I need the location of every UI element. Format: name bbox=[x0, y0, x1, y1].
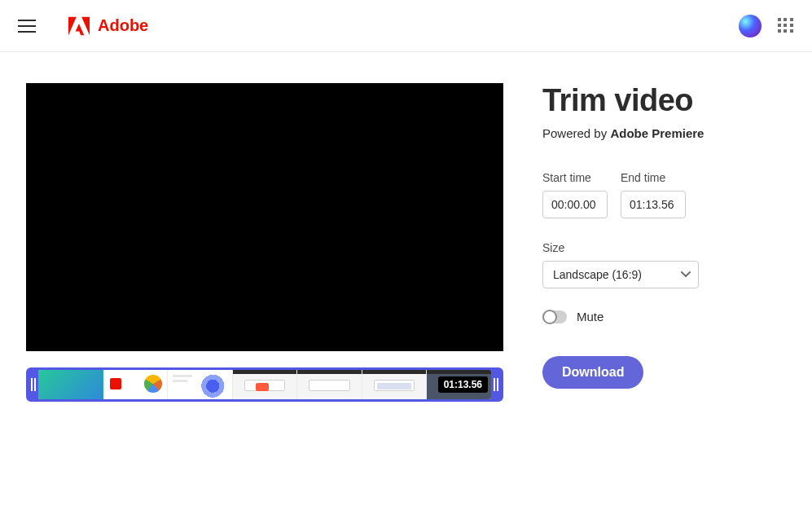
svg-rect-1 bbox=[34, 378, 36, 391]
brand-name: Adobe bbox=[98, 16, 148, 35]
end-time-label: End time bbox=[621, 171, 686, 184]
trim-handle-end[interactable] bbox=[491, 370, 501, 399]
svg-rect-0 bbox=[31, 378, 33, 391]
end-time-field: End time bbox=[621, 171, 686, 218]
app-switcher-icon[interactable] bbox=[778, 18, 794, 34]
trim-handle-start[interactable] bbox=[29, 370, 38, 399]
header-right bbox=[739, 15, 794, 37]
powered-by-prefix: Powered by bbox=[542, 126, 610, 140]
size-field: Size Landscape (16:9) bbox=[542, 241, 787, 288]
timeline-track: 01:13.56 bbox=[26, 367, 503, 402]
start-time-label: Start time bbox=[542, 171, 608, 184]
size-block: Size Landscape (16:9) bbox=[542, 241, 787, 288]
start-time-field: Start time bbox=[542, 171, 608, 218]
download-button[interactable]: Download bbox=[542, 356, 643, 389]
mute-label: Mute bbox=[577, 310, 604, 323]
page-subtitle: Powered by Adobe Premiere bbox=[542, 126, 787, 140]
mute-row: Mute bbox=[542, 310, 787, 323]
size-select[interactable]: Landscape (16:9) bbox=[542, 261, 699, 288]
timeline-thumb[interactable]: 01:13.56 bbox=[427, 370, 491, 399]
video-preview[interactable] bbox=[26, 83, 503, 351]
powered-by-product: Adobe Premiere bbox=[610, 126, 704, 140]
adobe-logo-icon bbox=[68, 16, 90, 36]
svg-rect-3 bbox=[497, 378, 498, 391]
brand-link[interactable]: Adobe bbox=[68, 16, 148, 36]
timeline-thumb[interactable] bbox=[103, 370, 169, 399]
timeline-thumb[interactable] bbox=[168, 370, 233, 399]
timeline-thumb[interactable] bbox=[233, 370, 298, 399]
size-select-wrap: Landscape (16:9) bbox=[542, 261, 699, 288]
video-column: 01:13.56 bbox=[26, 83, 503, 402]
mute-toggle-knob bbox=[542, 310, 557, 324]
mute-toggle[interactable] bbox=[542, 310, 567, 323]
header-left: Adobe bbox=[18, 16, 148, 36]
start-time-input[interactable] bbox=[542, 191, 608, 218]
controls-column: Trim video Powered by Adobe Premiere Sta… bbox=[542, 83, 787, 402]
timeline-duration-badge: 01:13.56 bbox=[438, 376, 488, 393]
timeline-thumbnails: 01:13.56 bbox=[38, 370, 491, 399]
timeline-thumb[interactable] bbox=[362, 370, 428, 399]
menu-icon[interactable] bbox=[18, 20, 36, 33]
timeline-thumb[interactable] bbox=[297, 370, 362, 399]
time-row: Start time End time bbox=[542, 171, 787, 218]
page-title: Trim video bbox=[542, 83, 787, 118]
header: Adobe bbox=[0, 0, 812, 52]
timeline[interactable]: 01:13.56 bbox=[26, 367, 503, 402]
svg-rect-2 bbox=[494, 378, 495, 391]
timeline-thumb[interactable] bbox=[38, 370, 103, 399]
main: 01:13.56 Trim video Powered by Adobe Pre… bbox=[0, 52, 812, 402]
size-label: Size bbox=[542, 241, 787, 254]
end-time-input[interactable] bbox=[621, 191, 686, 218]
avatar[interactable] bbox=[739, 15, 762, 37]
